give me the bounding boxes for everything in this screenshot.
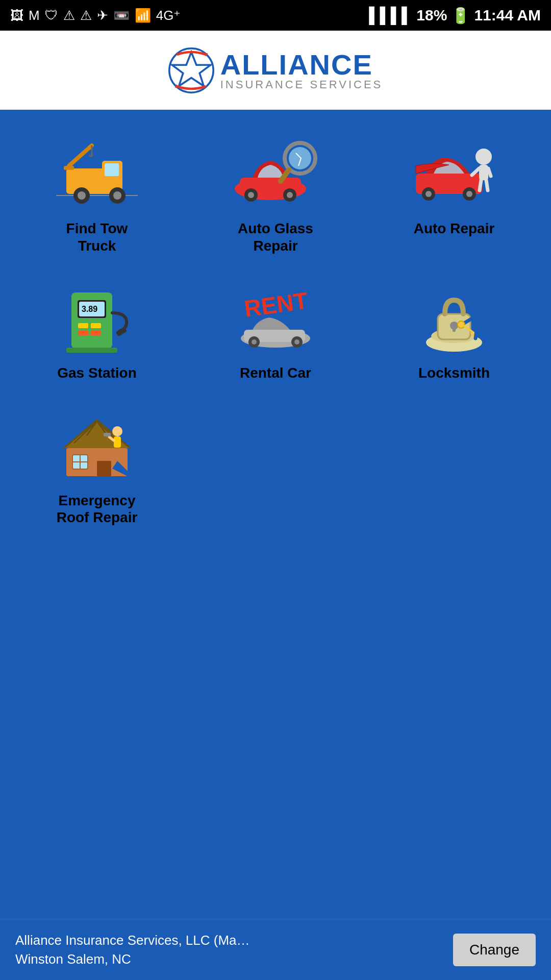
locksmith-icon-wrapper bbox=[403, 275, 505, 356]
locksmith-icon bbox=[408, 277, 500, 354]
svg-point-51 bbox=[294, 339, 299, 345]
change-button[interactable]: Change bbox=[453, 934, 536, 966]
svg-point-29 bbox=[475, 149, 492, 165]
locksmith-label: Locksmith bbox=[418, 364, 490, 382]
alert-icon-2: ⚠ bbox=[80, 8, 92, 23]
svg-rect-79 bbox=[104, 433, 111, 436]
wifi-icon: 📶 bbox=[135, 8, 151, 23]
svg-line-34 bbox=[486, 180, 488, 190]
clock: 11:44 AM bbox=[474, 7, 541, 24]
auto-glass-repair-icon bbox=[230, 133, 321, 209]
svg-point-57 bbox=[471, 297, 488, 313]
svg-point-60 bbox=[458, 321, 465, 328]
svg-text:RENT: RENT bbox=[242, 287, 309, 322]
services-grid: Find TowTruck bbox=[10, 125, 541, 536]
status-bar: 🖼 M 🛡 ⚠ ⚠ ✈ 📼 📶 4G⁺ ▌▌▌▌ 18% 🔋 11:44 AM bbox=[0, 0, 551, 31]
svg-point-18 bbox=[248, 192, 254, 198]
auto-repair-icon bbox=[408, 133, 500, 209]
voicemail-icon: 📼 bbox=[113, 8, 130, 23]
auto-repair-icon-wrapper bbox=[403, 130, 505, 212]
service-auto-glass-repair[interactable]: Auto GlassRepair bbox=[189, 125, 362, 264]
main-content: Find TowTruck bbox=[0, 110, 551, 919]
svg-rect-58 bbox=[474, 313, 485, 328]
battery-level: 18% bbox=[416, 7, 447, 24]
rental-car-icon-wrapper: RENT bbox=[224, 275, 327, 356]
gas-station-label: Gas Station bbox=[57, 364, 137, 382]
logo-star-icon bbox=[168, 47, 214, 93]
rental-car-label: Rental Car bbox=[240, 364, 311, 382]
svg-rect-44 bbox=[66, 348, 117, 353]
logo-text: ALLIANCE INSURANCE SERVICES bbox=[220, 51, 383, 90]
svg-rect-56 bbox=[453, 326, 456, 332]
svg-point-20 bbox=[287, 192, 293, 198]
battery-icon: 🔋 bbox=[451, 7, 470, 24]
svg-rect-30 bbox=[479, 165, 488, 180]
tow-truck-icon bbox=[51, 133, 143, 209]
roof-repair-label: EmergencyRoof Repair bbox=[57, 492, 138, 526]
svg-rect-7 bbox=[105, 163, 119, 176]
svg-point-28 bbox=[466, 191, 472, 197]
svg-marker-1 bbox=[172, 52, 211, 86]
network-icon: 4G⁺ bbox=[156, 8, 181, 23]
status-right: ▌▌▌▌ 18% 🔋 11:44 AM bbox=[369, 7, 541, 24]
header: ALLIANCE INSURANCE SERVICES bbox=[0, 31, 551, 110]
svg-point-22 bbox=[289, 147, 311, 169]
svg-rect-41 bbox=[78, 331, 88, 336]
service-rental-car[interactable]: RENT Rental Car bbox=[189, 270, 362, 392]
alert-icon-1: ⚠ bbox=[63, 8, 75, 23]
rental-car-icon: RENT bbox=[230, 277, 321, 354]
auto-glass-label: Auto GlassRepair bbox=[238, 220, 313, 254]
service-auto-repair[interactable]: Auto Repair bbox=[367, 125, 541, 264]
service-emergency-roof-repair[interactable]: EmergencyRoof Repair bbox=[10, 397, 184, 536]
svg-rect-40 bbox=[91, 323, 101, 328]
bottom-company-info: Alliance Insurance Services, LLC (Ma… Wi… bbox=[15, 931, 250, 968]
roof-repair-icon-wrapper bbox=[46, 402, 148, 484]
logo-container: ALLIANCE INSURANCE SERVICES bbox=[168, 47, 383, 93]
svg-text:3.89: 3.89 bbox=[82, 305, 97, 313]
svg-rect-77 bbox=[114, 436, 121, 448]
service-gas-station[interactable]: 3.89 Gas Station bbox=[10, 270, 184, 392]
svg-line-80 bbox=[107, 436, 108, 442]
tow-truck-label: Find TowTruck bbox=[66, 220, 128, 254]
flight-icon: ✈ bbox=[97, 8, 108, 23]
status-icons-left: 🖼 M 🛡 ⚠ ⚠ ✈ 📼 📶 4G⁺ bbox=[10, 8, 181, 23]
tow-truck-icon-wrapper bbox=[46, 130, 148, 212]
logo-insurance-text: INSURANCE SERVICES bbox=[220, 79, 383, 90]
svg-rect-71 bbox=[97, 461, 111, 476]
service-find-tow-truck[interactable]: Find TowTruck bbox=[10, 125, 184, 264]
svg-point-76 bbox=[112, 426, 122, 436]
auto-repair-label: Auto Repair bbox=[414, 220, 495, 237]
gas-station-icon-wrapper: 3.89 bbox=[46, 275, 148, 356]
svg-rect-42 bbox=[91, 331, 101, 336]
svg-point-26 bbox=[425, 191, 432, 197]
bottom-bar: Alliance Insurance Services, LLC (Ma… Wi… bbox=[0, 919, 551, 980]
svg-line-65 bbox=[482, 328, 484, 338]
roof-repair-icon bbox=[51, 405, 143, 481]
svg-point-14 bbox=[113, 191, 121, 200]
svg-line-33 bbox=[480, 180, 481, 190]
svg-line-64 bbox=[475, 328, 477, 338]
company-line2: Winston Salem, NC bbox=[15, 950, 250, 968]
svg-rect-39 bbox=[78, 323, 88, 328]
service-locksmith[interactable]: Locksmith bbox=[367, 270, 541, 392]
shield-icon: 🛡 bbox=[45, 8, 58, 23]
svg-line-9 bbox=[69, 145, 92, 166]
photo-icon: 🖼 bbox=[10, 8, 23, 23]
svg-point-49 bbox=[252, 339, 257, 345]
signal-bars: ▌▌▌▌ bbox=[369, 7, 412, 24]
logo-alliance-text: ALLIANCE bbox=[220, 51, 383, 79]
svg-point-12 bbox=[78, 191, 86, 200]
auto-glass-icon-wrapper bbox=[224, 130, 327, 212]
svg-line-32 bbox=[488, 168, 491, 176]
gas-station-icon: 3.89 bbox=[51, 277, 143, 354]
gmail-icon: M bbox=[29, 8, 40, 23]
company-line1: Alliance Insurance Services, LLC (Ma… bbox=[15, 931, 250, 949]
